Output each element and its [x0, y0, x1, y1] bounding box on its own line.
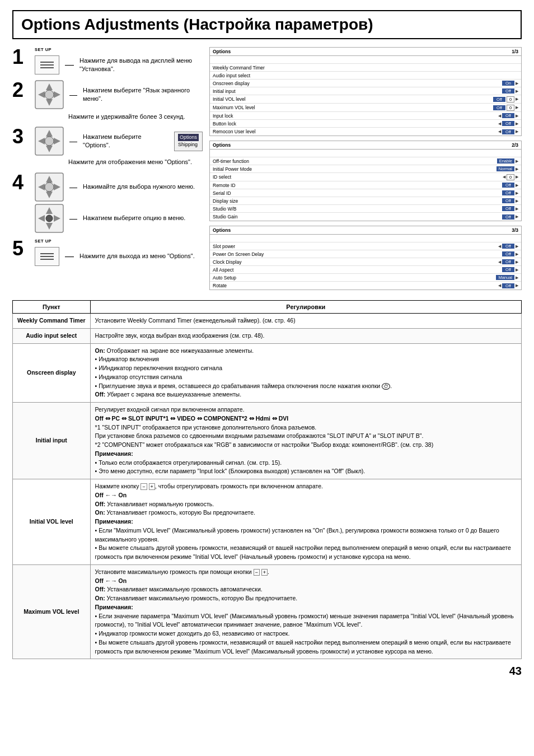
- item-initial-input: Initial input: [13, 403, 91, 479]
- row-value-power-delay: Off ▶: [502, 251, 518, 256]
- panel-2-row-remote-id: Remote ID Off ▶: [210, 181, 521, 189]
- panel-2-row-offtimer: Off-timer function Enable ▶: [210, 157, 521, 165]
- arrow-l-id: ◀: [503, 175, 505, 179]
- vol-onoff-chain: Off ←→ On: [95, 492, 127, 498]
- panel-3-row-rotate: Rotate ◀ Off ▶: [210, 282, 521, 290]
- val-power-delay: Off: [502, 251, 514, 256]
- arrow-remote-id: ▶: [516, 183, 518, 188]
- panel-2-row-power-mode: Initial Power Mode Normal ▶: [210, 165, 521, 173]
- initial-input-chain: Off ⇔ PC ⇔ SLOT INPUT*1 ⇔ VIDEO ⇔ COMPON…: [95, 415, 289, 422]
- panel-3-row-0: [210, 235, 521, 242]
- arrow-l-slot: ◀: [498, 244, 501, 249]
- arrow-r-clock: ▶: [516, 260, 518, 264]
- step-2-top-row: — Нажатием выберите "Язык экранного меню…: [35, 80, 203, 109]
- row-label-rotate: Rotate: [213, 283, 498, 288]
- step-4-text-bottom: Нажатием выберите опцию в меню.: [83, 214, 203, 222]
- arrow-studio-wb: ▶: [516, 207, 518, 211]
- panel-2-title: Options: [213, 142, 231, 148]
- arrow-r-remocon: ▶: [516, 129, 518, 134]
- row-value-offtimer: Enable ▶: [497, 158, 518, 164]
- panel-1-row-onscreen: Onscreen display On ▶: [210, 80, 521, 87]
- col-adj-header: Регулировки: [90, 301, 521, 314]
- step-4-top: — Нажимайте для выбора нужного меню.: [35, 172, 203, 202]
- row-label-remote-id: Remote ID: [213, 183, 502, 188]
- row-value-initial-input: Off ▶: [502, 88, 518, 94]
- note-label-vol: Примечания:: [95, 518, 133, 525]
- plus-btn: +: [149, 483, 155, 490]
- step-4-text-top: Нажимайте для выбора нужного меню.: [83, 183, 203, 191]
- arrow-icon-4a: —: [69, 183, 77, 192]
- arrow-power-mode: ▶: [516, 167, 518, 171]
- arrow-r-id: ▶: [516, 175, 518, 179]
- panel-3-row-clock: Clock Display ◀ Off ▶: [210, 258, 521, 266]
- row-label-serial-id: Serial ID: [213, 190, 502, 196]
- row-value-onscreen: On ▶: [502, 81, 518, 86]
- row-label-clock: Clock Display: [213, 259, 498, 265]
- item-weekly: Weekly Command Timer: [13, 314, 91, 329]
- step-4-bottom: — Нажатием выберите опцию в меню.: [35, 204, 203, 233]
- row-label-max-vol: Maximum VOL level: [213, 105, 493, 110]
- desc-weekly: Установите Weekly Command Timer (еженеде…: [90, 314, 521, 329]
- desc-audio: Настройте звук, когда выбран вход изобра…: [90, 328, 521, 343]
- table-row-weekly: Weekly Command Timer Установите Weekly C…: [13, 314, 522, 329]
- panel-3-row-slot-power: Slot power ◀ Off ▶: [210, 242, 521, 250]
- row-value-slot-power: ◀ Off ▶: [498, 244, 518, 249]
- row-label-auto-setup: Auto Setup: [213, 275, 496, 281]
- row-label-power-mode: Initial Power Mode: [213, 166, 496, 172]
- desc-max-vol: Установите максимальную громкость при по…: [90, 564, 521, 659]
- row-label-input-lock: Input lock: [213, 113, 498, 119]
- panel-2-header: Options 2/3: [210, 141, 521, 150]
- col-item-header: Пункт: [13, 301, 91, 314]
- setup-icon-1: [35, 55, 59, 74]
- row-value-display-size: Off ▶: [502, 198, 518, 203]
- row-value-studio-gain: Off ▶: [502, 214, 518, 220]
- step-3-bottom: Нажмите для отображения меню "Options".: [35, 158, 203, 166]
- step-2-content: — Нажатием выберите "Язык экранного меню…: [35, 80, 203, 121]
- popup-item-shipping: Shipping: [178, 141, 199, 149]
- arrow-r-input-lock: ▶: [516, 114, 518, 118]
- row-value-remote-id: Off ▶: [502, 183, 518, 188]
- desc-initial-input: Регулирует входной сигнал при включенном…: [90, 403, 521, 479]
- off-label-onscreen: Off:: [95, 391, 106, 398]
- adjustments-table: Пункт Регулировки Weekly Command Timer У…: [12, 300, 522, 659]
- row-label-remocon: Remocon User level: [213, 129, 498, 134]
- val-serial-id: Off: [502, 190, 514, 195]
- timer-icon: ⏱: [382, 383, 390, 390]
- step-1-row: — Нажмите для вывода на дисплей меню "Ус…: [35, 55, 203, 74]
- dpad-icon-4a: [35, 172, 64, 202]
- step-2-text-top: Нажатием выберите "Язык экранного меню".: [83, 86, 203, 104]
- table-row-onscreen: Onscreen display On: Отображает на экран…: [13, 343, 522, 403]
- row-label-button-lock: Button lock: [213, 121, 498, 127]
- step-5-text: Нажмите для выхода из меню "Options".: [79, 252, 195, 260]
- val-display-size: Off: [502, 198, 514, 203]
- step-4-content: — Нажимайте для выбора нужного меню. — Н…: [35, 172, 203, 233]
- val-auto-setup: Manual: [496, 275, 514, 280]
- val-power-mode: Normal: [496, 166, 514, 171]
- panel-2-row-display-size: Display size Off ▶: [210, 197, 521, 205]
- row-value-all-aspect: Off ▶: [502, 267, 518, 272]
- row-value-vol-level: Off 0 ▶: [493, 96, 518, 102]
- val-studio-gain: Off: [502, 214, 514, 220]
- off-label-maxvol: Off:: [95, 586, 106, 592]
- arrow-l-input-lock: ◀: [498, 114, 501, 118]
- step-number-5: 5: [12, 239, 30, 259]
- panel-3-row-power-delay: Power On Screen Delay Off ▶: [210, 250, 521, 258]
- val-onscreen: On: [502, 81, 514, 86]
- menu-line-5-1: [40, 253, 54, 254]
- val-offtimer: Enable: [497, 158, 514, 164]
- off-label-vol: Off:: [95, 501, 106, 507]
- panel-1-row-weekly: Weekly Command Timer: [210, 64, 521, 72]
- step-number-3: 3: [12, 127, 30, 147]
- panel-3-header: Options 3/3: [210, 226, 521, 235]
- arrow-icon-4b: —: [69, 214, 77, 223]
- panel-1-row-max-vol: Maximum VOL level Off 0 ▶: [210, 104, 521, 112]
- val-remocon: Off: [502, 129, 514, 134]
- arrow-vol-level: ▶: [516, 97, 518, 101]
- arrow-icon-1: —: [65, 60, 74, 70]
- panel-2-page: 2/3: [512, 142, 518, 148]
- arrow-icon-3a: —: [69, 137, 77, 146]
- item-audio: Audio input select: [13, 328, 91, 343]
- main-content: 1 SET UP — Нажмите для вывода на дисплей…: [12, 47, 522, 295]
- arrow-max-vol: ▶: [516, 105, 518, 110]
- val-max-vol: Off: [493, 105, 505, 110]
